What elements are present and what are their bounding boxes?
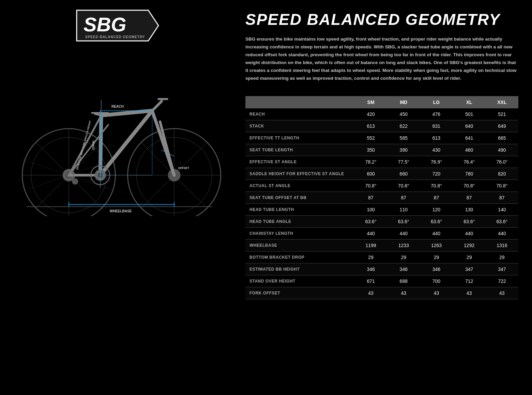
row-value: 43 bbox=[486, 287, 518, 299]
row-value: 780 bbox=[453, 168, 486, 180]
row-value: 476 bbox=[420, 108, 453, 120]
row-value: 460 bbox=[453, 144, 486, 156]
row-value: 720 bbox=[420, 168, 453, 180]
col-label bbox=[245, 96, 354, 108]
row-value: 77.5° bbox=[387, 156, 420, 168]
table-row: HEAD TUBE LENGTH100110120130140 bbox=[245, 203, 518, 215]
row-label: FORK OFFSET bbox=[245, 287, 354, 299]
table-row: EFFECTIVE TT LENGTH552585613641665 bbox=[245, 132, 518, 144]
row-value: 622 bbox=[387, 120, 420, 132]
row-label: EFFECTIVE TT LENGTH bbox=[245, 132, 354, 144]
row-label: ESTIMATED BB HEIGHT bbox=[245, 263, 354, 275]
table-row: SEAT TUBE LENGTH350390430460490 bbox=[245, 144, 518, 156]
table-row: CHAINSTAY LENGTH440440440440440 bbox=[245, 227, 518, 239]
row-label: SADDLE HEIGHT FOR EFFECTIVE ST ANGLE bbox=[245, 168, 354, 180]
row-label: HEAD TUBE ANGLE bbox=[245, 215, 354, 227]
row-value: 688 bbox=[387, 275, 420, 287]
row-value: 29 bbox=[486, 251, 518, 263]
svg-point-49 bbox=[72, 178, 78, 184]
row-value: 43 bbox=[387, 287, 420, 299]
row-value: 87 bbox=[354, 192, 387, 203]
row-value: 347 bbox=[486, 263, 518, 275]
col-xl: XL bbox=[453, 96, 486, 108]
table-row: WHEELBASE11991233126312921316 bbox=[245, 239, 518, 251]
col-xxl: XXL bbox=[486, 96, 518, 108]
row-label: SEAT TUBE OFFSET AT BB bbox=[245, 192, 354, 203]
row-value: 420 bbox=[354, 108, 387, 120]
row-label: HEAD TUBE LENGTH bbox=[245, 203, 354, 215]
table-row: BOTTOM BRACKET DROP2929292929 bbox=[245, 251, 518, 263]
row-value: 87 bbox=[453, 192, 486, 203]
row-value: 440 bbox=[453, 227, 486, 239]
row-value: 440 bbox=[486, 227, 518, 239]
table-row: HEAD TUBE ANGLE63.6°63.6°63.6°63.6°63.6° bbox=[245, 215, 518, 227]
row-value: 450 bbox=[387, 108, 420, 120]
row-value: 76.9° bbox=[420, 156, 453, 168]
row-value: 29 bbox=[420, 251, 453, 263]
sbg-logo: SBG SPEED BALANCED GEOMETRY bbox=[73, 7, 162, 46]
row-value: 671 bbox=[354, 275, 387, 287]
row-value: 29 bbox=[453, 251, 486, 263]
row-value: 649 bbox=[486, 120, 518, 132]
row-value: 43 bbox=[420, 287, 453, 299]
col-md: MD bbox=[387, 96, 420, 108]
svg-text:SPEED BALANCED GEOMETRY: SPEED BALANCED GEOMETRY bbox=[85, 35, 145, 39]
row-value: 70.8° bbox=[387, 180, 420, 192]
row-value: 552 bbox=[354, 132, 387, 144]
row-value: 722 bbox=[486, 275, 518, 287]
row-label: EFFECTIVE ST ANGLE bbox=[245, 156, 354, 168]
row-label: STAND OVER HEIGHT bbox=[245, 275, 354, 287]
row-value: 700 bbox=[420, 275, 453, 287]
row-value: 70.8° bbox=[420, 180, 453, 192]
row-value: 712 bbox=[453, 275, 486, 287]
table-row: ESTIMATED BB HEIGHT346346346347347 bbox=[245, 263, 518, 275]
row-value: 70.8° bbox=[453, 180, 486, 192]
row-value: 585 bbox=[387, 132, 420, 144]
row-value: 501 bbox=[453, 108, 486, 120]
row-value: 130 bbox=[453, 203, 486, 215]
row-value: 350 bbox=[354, 144, 387, 156]
row-value: 29 bbox=[387, 251, 420, 263]
row-value: 490 bbox=[486, 144, 518, 156]
row-value: 63.6° bbox=[486, 215, 518, 227]
right-panel: SPEED BALANCED GEOMETRY SBG ensures the … bbox=[235, 0, 532, 395]
row-label: BOTTOM BRACKET DROP bbox=[245, 251, 354, 263]
table-row: FORK OFFSET4343434343 bbox=[245, 287, 518, 299]
row-value: 440 bbox=[387, 227, 420, 239]
row-value: 70.8° bbox=[486, 180, 518, 192]
col-lg: LG bbox=[420, 96, 453, 108]
row-value: 641 bbox=[453, 132, 486, 144]
row-label: WHEELBASE bbox=[245, 239, 354, 251]
geometry-table: SM MD LG XL XXL REACH420450476501521STAC… bbox=[245, 96, 518, 299]
row-value: 640 bbox=[453, 120, 486, 132]
page-title: SPEED BALANCED GEOMETRY bbox=[245, 10, 518, 29]
row-value: 347 bbox=[453, 263, 486, 275]
row-value: 660 bbox=[387, 168, 420, 180]
table-row: REACH420450476501521 bbox=[245, 108, 518, 120]
row-value: 76.4° bbox=[453, 156, 486, 168]
row-value: 76.0° bbox=[486, 156, 518, 168]
row-value: 390 bbox=[387, 144, 420, 156]
table-row: EFFECTIVE ST ANGLE78.2°77.5°76.9°76.4°76… bbox=[245, 156, 518, 168]
svg-text:WHEELBASE: WHEELBASE bbox=[110, 209, 132, 213]
row-value: 63.6° bbox=[387, 215, 420, 227]
row-value: 43 bbox=[354, 287, 387, 299]
row-value: 613 bbox=[420, 132, 453, 144]
row-value: 87 bbox=[486, 192, 518, 203]
row-value: 665 bbox=[486, 132, 518, 144]
table-body: REACH420450476501521STACK613622631640649… bbox=[245, 108, 518, 299]
svg-line-27 bbox=[160, 122, 174, 175]
table-header-row: SM MD LG XL XXL bbox=[245, 96, 518, 108]
row-label: STACK bbox=[245, 120, 354, 132]
row-value: 110 bbox=[387, 203, 420, 215]
row-value: 140 bbox=[486, 203, 518, 215]
description: SBG ensures the bike maintains low speed… bbox=[245, 35, 518, 82]
row-value: 521 bbox=[486, 108, 518, 120]
row-value: 63.6° bbox=[453, 215, 486, 227]
row-value: 63.6° bbox=[420, 215, 453, 227]
row-value: 440 bbox=[420, 227, 453, 239]
table-row: SEAT TUBE OFFSET AT BB8787878787 bbox=[245, 192, 518, 203]
row-value: 1316 bbox=[486, 239, 518, 251]
table-row: ACTUAL ST ANGLE70.8°70.8°70.8°70.8°70.8° bbox=[245, 180, 518, 192]
row-value: 43 bbox=[453, 287, 486, 299]
